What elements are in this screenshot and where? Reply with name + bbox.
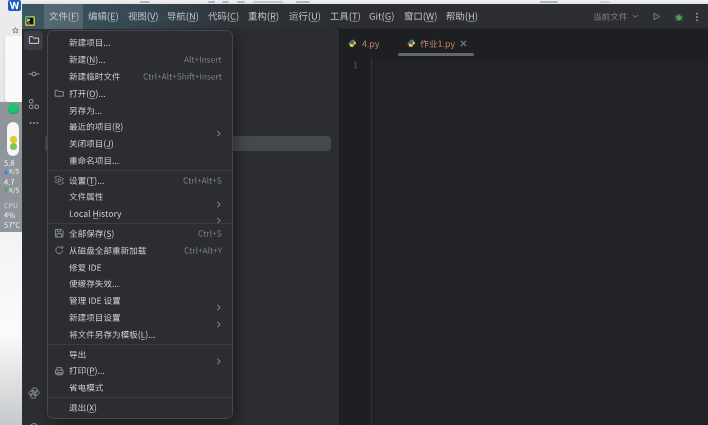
menu-item-label	[69, 329, 156, 340]
menu-item-label	[69, 175, 104, 186]
pycharm-logo-icon[interactable]	[25, 12, 35, 22]
run-button[interactable]	[652, 12, 661, 21]
ide-titlebar	[22, 4, 708, 29]
refresh-icon	[53, 244, 66, 257]
icon-placeholder	[53, 154, 66, 167]
menu-item-shortcut	[143, 71, 222, 82]
menubar-item-label	[128, 10, 159, 22]
menu-item[interactable]	[48, 85, 232, 102]
code-area[interactable]	[372, 58, 708, 425]
stripe-more-tool-windows-button[interactable]	[24, 114, 43, 133]
menu-item-label	[69, 278, 119, 289]
tab-close-icon[interactable]	[460, 40, 467, 47]
menubar-item[interactable]	[284, 4, 325, 29]
menu-item[interactable]	[48, 152, 232, 169]
editor-tab[interactable]	[339, 29, 394, 58]
stripe-terminal-button[interactable]	[24, 418, 43, 425]
icon-placeholder	[53, 120, 66, 133]
menu-item-label	[69, 138, 114, 149]
menu-item[interactable]	[48, 118, 232, 135]
menubar-item[interactable]	[83, 4, 123, 29]
menu-item-label	[69, 365, 105, 376]
menu-item[interactable]	[48, 102, 232, 119]
submenu-chevron-right-icon	[215, 314, 222, 321]
background-titlebar-mark	[222, 1, 229, 3]
menu-item-label	[69, 295, 121, 306]
menubar-item[interactable]	[365, 4, 399, 29]
icon-placeholder	[53, 278, 66, 291]
menu-item[interactable]	[48, 172, 232, 189]
menubar-item-label	[289, 10, 321, 22]
background-titlebar-mark	[208, 1, 215, 3]
stripe-structure-button[interactable]	[24, 95, 43, 114]
menu-item[interactable]	[48, 309, 232, 326]
tool-window-stripe	[22, 29, 45, 425]
net-up-unit-label	[9, 167, 19, 175]
menu-item[interactable]	[48, 205, 232, 222]
menu-item[interactable]	[48, 363, 232, 380]
python-file-icon	[348, 39, 357, 48]
gear-icon	[53, 174, 66, 187]
menubar-item[interactable]	[442, 4, 483, 29]
cpu-temp	[0, 220, 22, 230]
menu-item[interactable]	[48, 189, 232, 206]
submenu-chevron-right-icon	[215, 297, 222, 304]
icon-placeholder	[53, 328, 66, 341]
cpu-usage	[0, 210, 22, 220]
icon-placeholder	[53, 104, 66, 117]
menu-separator	[48, 344, 232, 345]
submenu-chevron-right-icon	[215, 210, 222, 217]
menubar-item[interactable]	[399, 4, 441, 29]
stripe-python-packages-button[interactable]	[24, 384, 43, 403]
more-actions-kebab-icon[interactable]	[692, 12, 702, 22]
main-menubar	[44, 4, 483, 29]
background-titlebar-mark	[296, 1, 310, 3]
menu-item-shortcut	[184, 54, 222, 65]
folder-icon	[53, 87, 66, 100]
menubar-item[interactable]	[123, 4, 163, 29]
submenu-chevron-right-icon	[215, 194, 222, 201]
debug-button[interactable]	[674, 12, 684, 22]
menu-item[interactable]	[48, 135, 232, 152]
menu-item[interactable]	[48, 346, 232, 363]
menu-item[interactable]	[48, 379, 232, 396]
stripe-project-button[interactable]	[24, 31, 43, 50]
menu-item-label	[69, 382, 103, 393]
pill-green-dot	[10, 143, 17, 150]
icon-placeholder	[53, 381, 66, 394]
editor-tab-active[interactable]	[394, 29, 478, 58]
menu-item[interactable]	[48, 35, 232, 52]
menu-item[interactable]	[48, 225, 232, 242]
menu-item[interactable]	[48, 326, 232, 343]
menubar-item-label	[248, 10, 279, 22]
run-config-selector[interactable]	[593, 11, 638, 22]
menu-item[interactable]	[48, 276, 232, 293]
word-app-icon[interactable]	[8, 0, 21, 11]
background-titlebar-mark	[253, 1, 283, 3]
menubar-item[interactable]	[163, 4, 204, 29]
menu-item-label	[69, 208, 121, 219]
icon-placeholder	[53, 53, 66, 66]
menu-item-label	[69, 228, 114, 239]
pill-yellow-dot	[10, 136, 17, 143]
active-tab-underline	[398, 53, 474, 56]
menu-item[interactable]	[48, 51, 232, 68]
menu-item[interactable]	[48, 68, 232, 85]
menubar-item[interactable]	[44, 4, 83, 29]
menu-item-label	[69, 262, 102, 273]
menu-item[interactable]	[48, 292, 232, 309]
editor-gutter	[339, 58, 371, 425]
run-toolbar	[593, 4, 702, 29]
menubar-item[interactable]	[325, 4, 365, 29]
menu-item[interactable]	[48, 259, 232, 276]
editor-body[interactable]	[339, 58, 708, 425]
menubar-item-label	[369, 10, 394, 22]
menu-item[interactable]	[48, 399, 232, 416]
file-menu-popup	[47, 30, 233, 419]
menubar-item[interactable]	[204, 4, 244, 29]
menu-item-label	[69, 88, 106, 99]
stripe-commit-button[interactable]	[24, 65, 43, 84]
pycharm-window	[22, 4, 708, 425]
menubar-item[interactable]	[244, 4, 284, 29]
menu-item[interactable]	[48, 242, 232, 259]
